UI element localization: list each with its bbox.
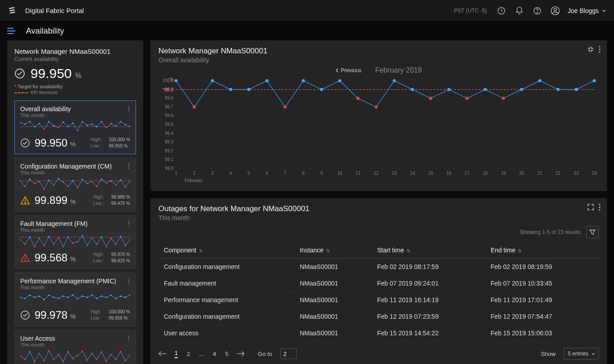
svg-point-107 — [86, 296, 88, 298]
card-menu-icon[interactable]: ⋮ — [126, 105, 132, 112]
svg-point-57 — [105, 182, 107, 184]
app-title: Digital Fabric Portal — [25, 7, 84, 14]
svg-point-59 — [115, 184, 117, 186]
svg-text:16: 16 — [447, 171, 452, 176]
svg-point-70 — [39, 238, 40, 239]
svg-point-112 — [110, 295, 112, 296]
svg-point-46 — [53, 184, 55, 186]
pager-page[interactable]: 5 — [225, 351, 228, 357]
pager-next-icon[interactable] — [237, 351, 245, 356]
svg-point-68 — [29, 236, 31, 238]
svg-point-183 — [356, 97, 360, 100]
user-icon[interactable] — [550, 5, 561, 16]
svg-point-184 — [375, 105, 378, 108]
card-menu-icon[interactable]: ⋮ — [126, 163, 132, 169]
svg-text:8: 8 — [302, 171, 305, 176]
svg-point-96 — [34, 296, 35, 298]
svg-point-133 — [86, 359, 88, 361]
svg-point-76 — [67, 236, 69, 238]
user-name[interactable]: Joe Bloggs — [568, 7, 599, 14]
svg-text:17: 17 — [465, 171, 469, 176]
svg-point-97 — [39, 295, 40, 297]
svg-point-78 — [77, 241, 79, 243]
svg-point-55 — [96, 186, 98, 187]
metric-card[interactable]: ⋮ Configuration Management (CM) This mon… — [14, 158, 136, 212]
sidebar-subtitle: Current availability — [14, 56, 136, 62]
metric-card[interactable]: ⋮ Fault Management (FM) This month 99.56… — [14, 215, 136, 269]
svg-point-88 — [125, 245, 127, 247]
svg-point-49 — [67, 186, 69, 187]
menu-toggle-icon[interactable] — [7, 28, 15, 34]
svg-point-192 — [520, 88, 523, 91]
svg-point-139 — [115, 359, 117, 360]
availability-chart: 99.099.199.299.399.499.599.699.799.899.9… — [158, 77, 599, 185]
svg-point-28 — [91, 123, 93, 125]
card-menu-icon[interactable]: ⋮ — [126, 277, 132, 284]
user-menu-chevron-icon[interactable] — [601, 8, 607, 13]
chart-previous-button[interactable]: Previous — [335, 67, 362, 74]
sidebar-title: Network Manager NMaaS00001 — [14, 48, 136, 55]
svg-point-108 — [91, 295, 93, 296]
card-high-low: High:99.970 % Low :99.425 % — [93, 251, 130, 264]
pager-page[interactable]: 4 — [213, 351, 216, 357]
table-row[interactable]: Configuration managementNMaaS00001Feb 02… — [158, 259, 599, 275]
bell-icon[interactable] — [514, 5, 525, 16]
table-row[interactable]: Configuration managementNMaaS00001Feb 12… — [158, 308, 599, 325]
outages-menu-icon[interactable] — [599, 204, 601, 211]
chart-panel: Network Manager NMaaS00001 Overall avail… — [150, 40, 607, 191]
expand-icon[interactable] — [587, 204, 594, 211]
panel-menu-icon[interactable] — [599, 46, 601, 53]
table-header[interactable]: Component⇅ — [158, 242, 294, 259]
pager-prev-icon[interactable] — [158, 351, 167, 356]
table-header[interactable]: End time⇅ — [485, 242, 599, 259]
help-icon[interactable] — [532, 5, 543, 16]
table-header[interactable]: Instance⇅ — [294, 242, 372, 259]
filter-button[interactable] — [586, 226, 599, 238]
table-row[interactable]: User accessNMaaS00001Feb 15 2019 14:54:2… — [158, 325, 599, 342]
svg-text:13: 13 — [392, 171, 397, 176]
svg-point-84 — [105, 246, 107, 247]
metric-card[interactable]: ⋮ User Access This month 99.165 % High:9… — [14, 330, 136, 364]
card-high-low: High:99.985 % Low :99.475 % — [93, 194, 130, 207]
svg-point-222 — [599, 204, 601, 205]
timezone-label: PST (UTC -5) — [454, 8, 487, 14]
svg-point-128 — [62, 361, 64, 363]
svg-point-36 — [129, 126, 130, 128]
card-menu-icon[interactable]: ⋮ — [126, 335, 132, 341]
svg-point-174 — [193, 105, 196, 108]
card-value: 99.899 — [35, 194, 67, 206]
card-menu-icon[interactable]: ⋮ — [126, 220, 132, 226]
svg-point-122 — [34, 361, 35, 363]
card-value: 99.568 — [35, 251, 67, 264]
svg-point-115 — [125, 296, 127, 298]
svg-text:6: 6 — [266, 171, 268, 176]
svg-point-126 — [53, 359, 55, 360]
pager-page[interactable]: 2 — [187, 351, 190, 357]
svg-point-114 — [120, 295, 122, 297]
goto-input[interactable] — [281, 348, 297, 359]
table-row[interactable]: Performance managementNMaaS00001Feb 11 2… — [158, 292, 599, 308]
svg-point-35 — [125, 124, 127, 126]
svg-point-48 — [62, 182, 64, 183]
svg-point-193 — [538, 79, 541, 82]
pager-page: ... — [199, 351, 204, 357]
pager-page[interactable]: 1 — [175, 350, 178, 358]
svg-point-24 — [72, 122, 74, 124]
svg-point-32 — [110, 123, 112, 125]
collapse-icon[interactable] — [587, 46, 594, 53]
svg-point-109 — [96, 298, 98, 299]
svg-point-191 — [502, 97, 505, 100]
metric-card[interactable]: ⋮ Performance Management (PMIC) This mon… — [14, 273, 136, 326]
svg-point-73 — [53, 243, 55, 245]
svg-point-29 — [96, 126, 98, 128]
svg-point-85 — [110, 238, 112, 239]
svg-point-60 — [120, 179, 122, 181]
svg-point-101 — [57, 298, 59, 299]
table-row[interactable]: Fault managementNMaaS00001Feb 07 2019 09… — [158, 275, 599, 292]
metric-card[interactable]: ⋮ Overall availability This month 99.950… — [14, 100, 136, 154]
svg-point-147 — [599, 52, 601, 53]
page-size-select[interactable]: 5 entries — [564, 348, 599, 360]
clock-icon[interactable] — [496, 5, 507, 16]
svg-point-188 — [447, 88, 451, 91]
table-header[interactable]: Start time⇅ — [372, 242, 485, 259]
